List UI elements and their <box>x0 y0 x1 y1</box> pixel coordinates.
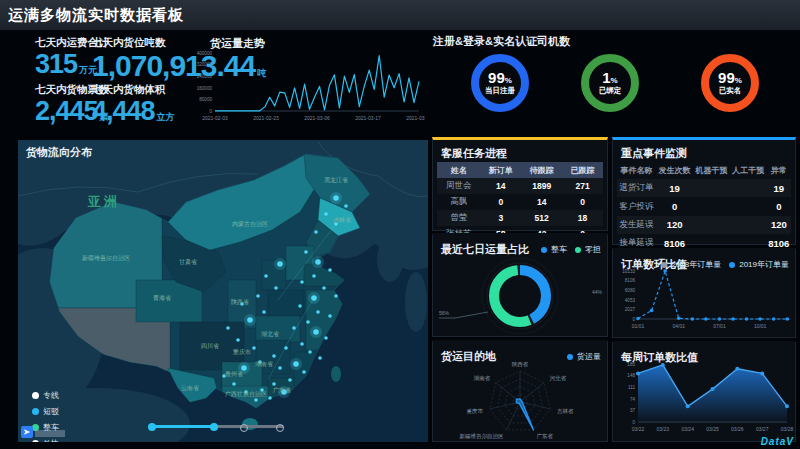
table-cell: 客户投诉 <box>617 197 656 215</box>
table-cell: 0 <box>656 197 693 215</box>
table-cell: 271 <box>562 178 603 194</box>
gauge-value: 99% <box>488 70 512 85</box>
slider-handle-mark[interactable] <box>240 424 248 432</box>
map-dot <box>247 317 253 323</box>
svg-text:10/01: 10/01 <box>754 323 767 329</box>
service-task-title: 客服任务进程 <box>441 146 507 161</box>
svg-text:160000: 160000 <box>197 86 213 91</box>
table-cell <box>693 197 730 215</box>
map-dot <box>306 320 310 324</box>
map-dot <box>324 336 328 340</box>
legend-item-2019[interactable]: 2019年订单量 <box>729 259 789 270</box>
legend-item-full-truck[interactable]: 整车 <box>541 244 567 255</box>
legend-dot <box>575 247 581 253</box>
svg-text:03/26: 03/26 <box>731 426 744 432</box>
svg-text:56%: 56% <box>439 310 450 316</box>
svg-text:74: 74 <box>630 397 636 402</box>
map-dot <box>324 212 328 216</box>
map-dot <box>262 310 266 314</box>
legend-dot <box>541 247 547 253</box>
legend-item-2018[interactable]: 2018年订单量 <box>661 259 721 270</box>
table-row: 退货订单1919 <box>617 179 791 197</box>
map-dot <box>268 396 272 400</box>
svg-text:0: 0 <box>209 109 212 114</box>
svg-text:6080: 6080 <box>625 288 636 293</box>
table-cell: 发生延误 <box>617 216 656 234</box>
table-row: 高飘0140 <box>437 194 603 210</box>
table-cell <box>693 216 730 234</box>
svg-text:8106: 8106 <box>625 278 636 283</box>
map-province-label: 广东省 <box>273 386 291 395</box>
volume-share-donut: 44%56% <box>433 254 607 336</box>
column-header: 发生次数 <box>656 162 693 179</box>
map-title: 货物流向分布 <box>26 145 92 160</box>
svg-text:03/27: 03/27 <box>756 426 769 432</box>
kpi-unit: 吨 <box>257 68 266 78</box>
map-province-label: 陕西省 <box>231 298 249 307</box>
kpi-label: 七天内货位吨数 <box>92 36 266 50</box>
svg-text:2027: 2027 <box>625 307 636 312</box>
svg-text:03/23: 03/23 <box>657 426 670 432</box>
map-legend-item[interactable]: 外协 <box>32 438 59 442</box>
legend-dot <box>32 440 39 442</box>
map-attribution <box>35 430 65 437</box>
table-cell: 120 <box>767 216 791 234</box>
map-dot <box>274 286 278 290</box>
slider-handle-current[interactable] <box>210 423 218 431</box>
map-dot <box>322 286 326 290</box>
map-dot <box>328 314 332 318</box>
table-cell: 14 <box>480 178 521 194</box>
table-cell <box>730 216 767 234</box>
map-province-label: 内蒙古自治区 <box>232 220 268 229</box>
legend-item-freight[interactable]: 货运量 <box>567 351 601 362</box>
table-cell: 0 <box>480 194 521 210</box>
legend-dot <box>32 392 39 399</box>
map-dot <box>288 378 292 382</box>
map-dot <box>308 350 312 354</box>
map-dot <box>315 259 321 265</box>
destinations-panel: 货运目的地 货运量 陕西省河北省吉林省广东省新疆维吾尔自治区重庆市湖南省 <box>432 340 608 442</box>
destinations-legend: 货运量 <box>567 351 601 367</box>
table-cell: 0 <box>767 197 791 215</box>
svg-text:185: 185 <box>627 362 635 367</box>
column-header: 已跟踪 <box>562 162 603 178</box>
gauge-bound: 1% 已绑定 <box>581 54 639 112</box>
svg-text:44%: 44% <box>592 289 603 295</box>
svg-text:新疆维吾尔自治区: 新疆维吾尔自治区 <box>460 433 505 440</box>
legend-dot <box>729 262 735 268</box>
table-cell: 14 <box>521 194 562 210</box>
map-province-label: 云南省 <box>181 384 199 393</box>
map-dot <box>318 356 322 360</box>
slider-active-range <box>150 425 214 428</box>
slider-handle-start[interactable] <box>148 423 156 431</box>
svg-text:湖南省: 湖南省 <box>473 375 491 381</box>
dashboard: 运满多物流实时数据看板 七天内运费合计 315万元 七天内货位吨数 1,070,… <box>0 0 800 449</box>
china-map <box>18 140 428 442</box>
map-legend-item[interactable]: 短驳 <box>32 406 59 417</box>
map-dot <box>334 294 338 298</box>
legend-dot <box>661 262 667 268</box>
gauge-value: 99% <box>718 70 742 85</box>
order-mom-legend: 2018年订单量 2019年订单量 <box>661 259 789 275</box>
service-task-panel: 客服任务进程 姓名新订单待跟踪已跟踪周世会141899271高飘0140曾莹35… <box>432 137 608 231</box>
column-header: 机器干预 <box>693 162 730 179</box>
map-legend-item[interactable]: 专线 <box>32 390 59 401</box>
map-dot <box>254 398 258 402</box>
svg-text:2021-02-23: 2021-02-23 <box>253 115 279 121</box>
map-province-label: 广西壮族自治区 <box>225 390 267 399</box>
gauge-label: 已绑定 <box>599 86 622 96</box>
svg-text:01/01: 01/01 <box>632 323 645 329</box>
svg-text:07/01: 07/01 <box>713 323 726 329</box>
slider-handle-end[interactable] <box>276 424 284 432</box>
table-cell: 周世会 <box>437 178 480 194</box>
destinations-radar: 陕西省河北省吉林省广东省新疆维吾尔自治区重庆市湖南省 <box>433 357 607 441</box>
map-dot <box>264 274 268 278</box>
table-cell: 0 <box>562 194 603 210</box>
legend-item-ltl[interactable]: 零担 <box>575 244 601 255</box>
map-timeline-slider[interactable] <box>148 421 284 431</box>
column-header: 人工干预 <box>730 162 767 179</box>
cargo-flow-map-panel: 货物流向分布 <box>18 140 428 442</box>
map-dot <box>313 329 319 335</box>
table-cell: 19 <box>656 179 693 197</box>
svg-text:广东省: 广东省 <box>537 433 554 439</box>
